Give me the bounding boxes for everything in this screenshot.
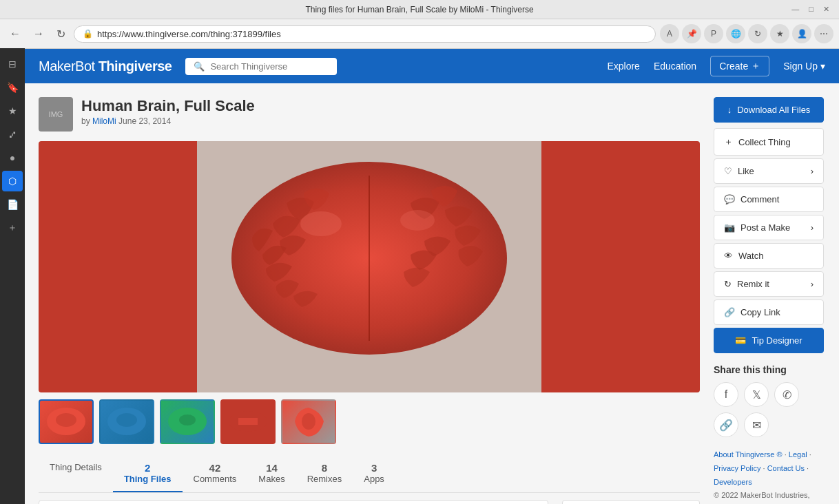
post-make-button[interactable]: 📷 Post a Make ›: [714, 215, 824, 240]
minimize-btn[interactable]: —: [789, 5, 802, 14]
like-arrow-icon: ›: [811, 166, 814, 176]
watch-label: Watch: [738, 251, 763, 261]
about-link[interactable]: About Thingiverse ®: [714, 450, 783, 459]
search-bar[interactable]: 🔍: [185, 58, 337, 75]
ext-btn-4[interactable]: 🌐: [726, 24, 745, 43]
tabs-bar: Thing Details 2 Thing Files 42 Comments …: [39, 455, 700, 493]
share-link-button[interactable]: 🔗: [714, 412, 738, 437]
ext-btn-3[interactable]: P: [704, 24, 723, 43]
post-make-icon: 📷: [724, 222, 735, 233]
maximize-btn[interactable]: □: [806, 5, 816, 14]
thing-meta: by MiloMi June 23, 2014: [81, 116, 255, 126]
address-bar[interactable]: 🔒 https://www.thingiverse.com/thing:3718…: [74, 25, 656, 43]
tab-apps[interactable]: 3 Apps: [353, 455, 395, 492]
post-make-arrow: ›: [811, 222, 814, 233]
nav-education[interactable]: Education: [654, 61, 696, 72]
ext-btn-more[interactable]: ⋯: [814, 24, 833, 43]
create-label: Create: [719, 61, 748, 72]
tab-remixes-label: Remixes: [307, 474, 342, 484]
thumbnail-3[interactable]: [160, 399, 215, 444]
like-button[interactable]: ♡ Like ›: [714, 158, 824, 184]
ext-btn-2[interactable]: 📌: [682, 24, 701, 43]
email-icon: ✉: [752, 419, 761, 432]
browser-extensions: A 📌 P 🌐 ↻ ★ 👤 ⋯: [660, 24, 833, 43]
copy-link-icon: 🔗: [724, 307, 735, 317]
svg-rect-12: [238, 418, 258, 425]
svg-point-6: [56, 413, 76, 427]
author-link[interactable]: MiloMi: [92, 116, 116, 126]
close-btn[interactable]: ✕: [820, 5, 832, 14]
bottom-section: Human Brain, Full Scale 👤 lh.pial.stl Do…: [39, 500, 700, 504]
ext-btn-5[interactable]: ↻: [748, 24, 767, 43]
tab-comments-count: 42: [194, 462, 237, 474]
search-icon: 🔍: [194, 61, 205, 72]
ext-btn-star[interactable]: ★: [770, 24, 789, 43]
copy-link-button[interactable]: 🔗 Copy Link: [714, 300, 824, 325]
tab-thing-files-label: Thing Files: [124, 474, 172, 484]
thing-title-area: Human Brain, Full Scale by MiloMi June 2…: [81, 97, 255, 126]
signup-button[interactable]: Sign Up ▾: [783, 61, 825, 72]
watch-button[interactable]: 👁 Watch: [714, 243, 824, 269]
back-button[interactable]: ←: [6, 25, 25, 43]
lock-icon: 🔒: [83, 29, 93, 39]
sidebar-icon-star[interactable]: ★: [2, 101, 23, 121]
post-make-label: Post a Make: [740, 222, 790, 233]
svg-point-10: [179, 414, 196, 426]
post-make-left: 📷 Post a Make: [724, 222, 790, 233]
logo-part1: MakerBot: [39, 59, 95, 74]
thing-date: June 23, 2014: [118, 116, 171, 126]
download-all-button[interactable]: ↓ Download All Files: [714, 97, 824, 123]
tab-remixes[interactable]: 8 Remixes: [296, 455, 353, 492]
sidebar-icon-active[interactable]: ⬡: [2, 171, 23, 191]
refresh-button[interactable]: ↻: [52, 25, 70, 43]
tab-remixes-count: 8: [307, 462, 342, 474]
sidebar-icon-circle[interactable]: ●: [2, 147, 23, 168]
developers-link[interactable]: Developers: [714, 478, 752, 486]
share-whatsapp-button[interactable]: ✆: [774, 382, 799, 407]
comment-button[interactable]: 💬 Comment: [714, 187, 824, 212]
share-facebook-button[interactable]: f: [714, 382, 738, 407]
ext-btn-profile[interactable]: 👤: [792, 24, 811, 43]
ext-btn-1[interactable]: A: [660, 24, 679, 43]
thing-header: IMG Human Brain, Full Scale by MiloMi Ju…: [39, 97, 700, 132]
collect-thing-button[interactable]: ＋ Collect Thing: [714, 128, 824, 156]
thumbnail-5[interactable]: [281, 399, 336, 444]
privacy-link[interactable]: Privacy Policy: [714, 464, 760, 472]
tab-makes-count: 14: [258, 462, 284, 474]
footer-links: About Thingiverse ® · Legal · Privacy Po…: [714, 448, 824, 504]
page-wrapper: ⊟ 🔖 ★ ⑇ ● ⬡ 📄 ＋ MakerBot Thingiverse 🔍 E…: [25, 49, 839, 504]
search-input[interactable]: [210, 61, 329, 72]
tab-comments-label: Comments: [194, 474, 237, 484]
remix-button[interactable]: ↻ Remix it ›: [714, 271, 824, 297]
comment-icon: 💬: [724, 194, 735, 204]
create-plus-icon: ＋: [751, 60, 760, 72]
copy-link-label: Copy Link: [740, 307, 780, 317]
tip-designer-button[interactable]: 💳 Tip Designer: [714, 328, 824, 353]
thing-title: Human Brain, Full Scale: [81, 97, 255, 115]
legal-link[interactable]: Legal: [789, 450, 807, 459]
remix-left: ↻ Remix it: [724, 279, 769, 289]
main-image-container: [39, 141, 700, 392]
author-avatar[interactable]: IMG: [39, 97, 73, 132]
sidebar-icon-plus[interactable]: ＋: [2, 218, 23, 238]
tab-thing-details[interactable]: Thing Details: [39, 455, 113, 492]
share-twitter-button[interactable]: 𝕏: [744, 382, 769, 407]
nav-explore[interactable]: Explore: [607, 61, 639, 72]
tab-makes[interactable]: 14 Makes: [247, 455, 296, 492]
tab-thing-files[interactable]: 2 Thing Files: [113, 455, 183, 492]
thumbnail-2[interactable]: [99, 399, 154, 444]
thumbnail-1[interactable]: [39, 399, 94, 444]
create-button[interactable]: Create ＋: [710, 56, 769, 76]
share-email-button[interactable]: ✉: [744, 412, 769, 437]
tab-comments[interactable]: 42 Comments: [183, 455, 248, 492]
collect-left: ＋ Collect Thing: [724, 136, 791, 148]
forward-button[interactable]: →: [29, 25, 48, 43]
sidebar-icon-tabs[interactable]: ⊟: [2, 54, 23, 74]
thumbnail-4[interactable]: [220, 399, 276, 444]
tip-icon: 💳: [735, 335, 746, 346]
sidebar-icon-bookmark[interactable]: 🔖: [2, 77, 23, 98]
sidebar-icon-github[interactable]: ⑇: [2, 124, 23, 145]
contact-link[interactable]: Contact Us: [767, 464, 805, 472]
sidebar-icon-doc[interactable]: 📄: [2, 194, 23, 215]
thumbnails: [39, 399, 700, 444]
